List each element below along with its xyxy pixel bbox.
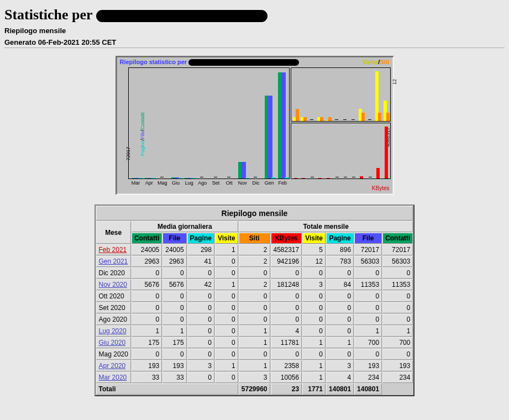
month-tick: Lug	[182, 180, 196, 186]
totals-tc: 140801	[354, 384, 382, 395]
cell-kb: 942196	[271, 256, 302, 267]
month-link[interactable]: Feb 2021	[99, 246, 127, 254]
cell-mf: 24005	[162, 244, 186, 255]
month-tick: Gen	[263, 180, 276, 186]
month-cell: Giu 2020	[96, 337, 131, 348]
cell-tf: 1	[354, 326, 382, 337]
cell-mc: 175	[132, 337, 162, 348]
cell-kb: 4582317	[271, 244, 302, 255]
chart-title: Riepilogo statistico per Visite/Siti	[120, 59, 390, 66]
cell-mv: 0	[215, 314, 238, 325]
month-cell: Ago 2020	[96, 314, 131, 325]
month-tick: Dic	[249, 180, 263, 186]
month-link[interactable]: Apr 2020	[99, 362, 126, 370]
month-cell: Feb 2021	[96, 244, 131, 255]
cell-tf: 72017	[354, 244, 382, 255]
cell-siti: 1	[239, 326, 270, 337]
cell-mv: 0	[215, 372, 238, 383]
month-tick: Apr	[143, 180, 156, 186]
month-link[interactable]: Lug 2020	[99, 327, 127, 335]
cell-mv: 0	[215, 326, 238, 337]
cell-mv: 0	[215, 291, 238, 302]
cell-tv: 0	[302, 349, 326, 360]
month-cell: Lug 2020	[96, 326, 131, 337]
month-tick: Mag	[156, 180, 169, 186]
legend-visite: Visite	[362, 59, 378, 65]
cell-tf: 0	[354, 302, 382, 313]
month-cell: Gen 2021	[96, 256, 131, 267]
redacted-domain	[96, 10, 267, 22]
cell-kb: 11781	[271, 337, 302, 348]
cell-tp: 0	[326, 326, 354, 337]
cell-kb: 10056	[271, 372, 302, 383]
cell-tc: 193	[382, 360, 413, 371]
cell-tv: 0	[302, 314, 326, 325]
cell-tv: 1	[302, 372, 326, 383]
cell-mc: 0	[132, 302, 162, 313]
kbytes-label: KBytes	[372, 185, 390, 191]
cell-siti: 2	[239, 256, 270, 267]
h-m-file: File	[162, 233, 186, 244]
divider	[4, 48, 505, 48]
month-link[interactable]: Gen 2021	[99, 258, 128, 265]
cell-mf: 5676	[162, 279, 186, 290]
month-tick: Feb	[276, 180, 289, 186]
cell-mp: 0	[187, 372, 214, 383]
cell-tc: 1	[382, 326, 413, 337]
table-row: Giu 20201751750011178111700700	[96, 337, 413, 348]
plot-bot: 4582317	[291, 123, 391, 179]
cell-tc: 0	[382, 291, 413, 302]
h-m-contatti: Contatti	[132, 233, 162, 244]
cell-siti: 0	[239, 291, 270, 302]
totals-tp: 1771	[302, 384, 326, 395]
cell-mp: 0	[187, 314, 214, 325]
month-cell: Mar 2020	[96, 372, 131, 383]
month-link[interactable]: Mar 2020	[99, 374, 127, 381]
cell-mc: 0	[132, 314, 162, 325]
month-link[interactable]: Nov 2020	[99, 281, 127, 288]
h-t-kbytes: KBytes	[271, 233, 302, 244]
month-link[interactable]: Giu 2020	[99, 339, 126, 347]
cell-tv: 12	[302, 256, 326, 267]
cell-tp: 1	[326, 337, 354, 348]
cell-kb: 0	[271, 302, 302, 313]
cell-tp: 0	[326, 314, 354, 325]
cell-tp: 783	[326, 256, 354, 267]
title-prefix: Statistiche per	[4, 7, 96, 23]
cell-tp: 3	[326, 360, 354, 371]
cell-kb: 0	[271, 314, 302, 325]
cell-siti: 0	[239, 302, 270, 313]
table-row: Mar 202033330031005614234234	[96, 372, 413, 383]
cell-mv: 0	[215, 267, 238, 279]
cell-tc: 0	[382, 267, 413, 279]
cell-tf: 234	[354, 372, 382, 383]
cell-mf: 0	[162, 291, 186, 302]
table-title: Riepilogo mensile	[96, 206, 413, 221]
table-row: Gen 202129632963410294219612783563035630…	[96, 256, 413, 267]
cell-kb: 2358	[271, 360, 302, 371]
cell-kb: 181248	[271, 279, 302, 290]
month-cell: Nov 2020	[96, 279, 131, 290]
cell-mc: 0	[132, 267, 162, 279]
col-mese: Mese	[96, 221, 131, 244]
cell-tc: 56303	[382, 256, 413, 267]
h-m-visite: Visite	[215, 233, 238, 244]
totals-kb: 5729960	[239, 384, 270, 395]
cell-mf: 2963	[162, 256, 186, 267]
generated-timestamp: Generato 06-Feb-2021 20:55 CET	[4, 38, 505, 46]
h-t-file: File	[354, 233, 382, 244]
month-tick: Giu	[169, 180, 182, 186]
cell-mf: 0	[162, 267, 186, 279]
table-row: Feb 202124005240052981245823175896720177…	[96, 244, 413, 255]
cell-mp: 0	[187, 337, 214, 348]
cell-mv: 0	[215, 349, 238, 360]
cell-mp: 298	[187, 244, 214, 255]
cell-tp: 4	[326, 372, 354, 383]
cell-tf: 0	[354, 314, 382, 325]
month-tick: Ago	[196, 180, 209, 186]
cell-mf: 193	[162, 360, 186, 371]
cell-mp: 0	[187, 291, 214, 302]
cell-siti: 0	[239, 267, 270, 279]
cell-tc: 0	[382, 314, 413, 325]
group-media: Media giornaliera	[132, 221, 238, 232]
